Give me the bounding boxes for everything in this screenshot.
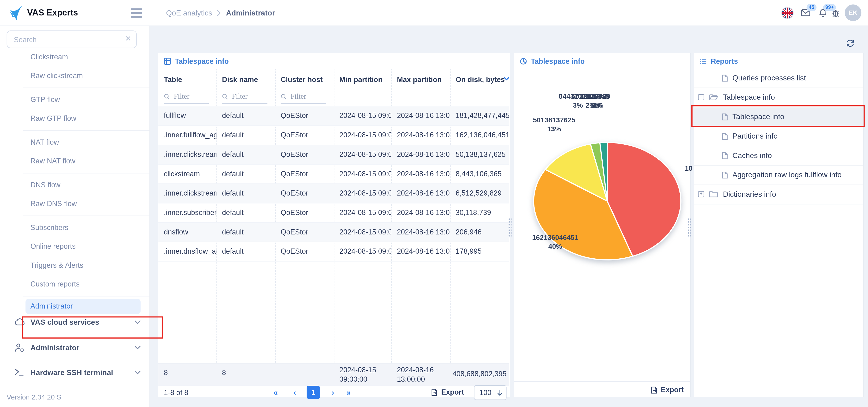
cell-disk-name: default — [216, 145, 275, 164]
sidebar-item[interactable]: Raw clickstream — [0, 66, 149, 85]
tree-item-label: Queries processes list — [733, 69, 806, 87]
table-row[interactable]: .inner.clickstream_agg default QoEStor 2… — [158, 184, 509, 204]
pie-legend — [519, 339, 689, 346]
column-header[interactable]: Cluster host — [275, 69, 334, 90]
pagination-prev-button[interactable]: ‹ — [293, 388, 296, 397]
table-row[interactable]: dnsflow default QoEStor 2024-08-15 09:00… — [158, 223, 509, 242]
bug-report-icon[interactable] — [832, 9, 840, 18]
sidebar-item[interactable]: Subscribers — [0, 218, 149, 237]
column-header[interactable]: Min partition — [334, 69, 391, 90]
page-size-select[interactable]: 100 — [474, 385, 506, 400]
export-icon — [650, 386, 658, 394]
tree-item-queries-processes-list[interactable]: Queries processes list — [694, 69, 863, 88]
summary-disk-count: 8 — [216, 364, 275, 386]
cell-max-partition: 2024-08-16 13:00:00 — [391, 223, 450, 241]
tree-item-caches-info[interactable]: Caches info — [694, 146, 863, 166]
sidebar-item-administrator-section[interactable]: Administrator — [0, 337, 149, 359]
sort-desc-icon[interactable] — [504, 77, 509, 80]
sidebar-item[interactable]: Raw GTP flow — [0, 109, 149, 128]
table-row[interactable]: clickstream default QoEStor 2024-08-15 0… — [158, 165, 509, 184]
pagination-next-button[interactable]: › — [332, 388, 334, 397]
cell-table: clickstream — [158, 165, 216, 183]
sidebar-item[interactable]: NAT flow — [0, 133, 149, 152]
arrow-down-icon — [497, 389, 503, 396]
search-clear-icon[interactable]: ✕ — [125, 34, 131, 43]
language-flag-icon[interactable] — [781, 6, 794, 19]
table-row[interactable]: .inner.fullflow_agg default QoEStor 2024… — [158, 126, 509, 145]
sidebar-item[interactable]: GTP flow — [0, 90, 149, 109]
collapse-minus-icon[interactable]: − — [698, 94, 704, 100]
table-row[interactable]: .inner.dnsflow_agg default QoEStor 2024-… — [158, 242, 509, 262]
divider — [23, 87, 149, 88]
sidebar-search[interactable]: ✕ — [6, 30, 136, 48]
tree-item-label: Dictionaries info — [723, 185, 776, 204]
panel-resize-handle[interactable] — [687, 218, 691, 238]
search-input[interactable] — [13, 33, 120, 46]
filter-input[interactable] — [289, 91, 325, 101]
filter-input-cluster-host[interactable] — [281, 90, 326, 104]
tree-item-partitions-info[interactable]: Partitions info — [694, 127, 863, 146]
pie-export-button[interactable]: Export — [650, 386, 684, 394]
table-export-button[interactable]: Export — [431, 388, 464, 396]
sidebar-item-label: Administrator — [30, 337, 80, 359]
table-grid-icon — [164, 57, 171, 65]
search-icon — [222, 93, 228, 99]
cell-table: .inner.dnsflow_agg — [158, 242, 216, 261]
tree-folder-dictionaries-info[interactable]: + Dictionaries info — [694, 185, 863, 204]
pagination-current-page[interactable]: 1 — [307, 386, 320, 399]
pagination-first-button[interactable]: « — [274, 388, 278, 397]
sidebar-item[interactable]: Triggers & Alerts — [0, 256, 149, 275]
sidebar-item[interactable]: DNS flow — [0, 176, 149, 194]
cell-table: fullflow — [158, 107, 216, 125]
panel-resize-handle[interactable] — [508, 218, 512, 238]
filter-input-table[interactable] — [164, 90, 209, 104]
sidebar-item[interactable]: Raw NAT flow — [0, 152, 149, 171]
table-row[interactable]: .inner.subscribers_flow default QoEStor … — [158, 203, 509, 223]
admin-user-gear-icon — [14, 343, 25, 352]
cell-min-partition: 2024-08-15 09:00:00 — [334, 203, 391, 222]
breadcrumb-parent[interactable]: QoE analytics — [166, 9, 212, 17]
cell-table: .inner.clickstream_from_fullflow — [158, 145, 216, 164]
document-icon — [722, 133, 728, 140]
refresh-icon[interactable] — [846, 39, 855, 48]
pie-chart-icon — [520, 57, 527, 65]
table-row[interactable]: .inner.clickstream_from_fullflow default… — [158, 145, 509, 165]
folder-closed-icon — [709, 191, 718, 198]
sidebar-item-hardware-ssh-terminal[interactable]: Hardware SSH terminal — [0, 362, 149, 384]
sidebar-item[interactable]: Online reports — [0, 237, 149, 256]
filter-input-disk-name[interactable] — [222, 90, 268, 104]
avatar[interactable]: EK — [845, 4, 862, 21]
reports-panel-header: Reports — [694, 53, 863, 69]
table-panel-header: Tablespace info — [158, 53, 510, 69]
filter-input[interactable] — [231, 91, 266, 101]
cell-min-partition: 2024-08-15 09:00:00 — [334, 223, 391, 241]
sidebar-item[interactable]: Clickstream — [0, 48, 149, 66]
top-bar: VAS Experts QoE analytics Administrator — [0, 0, 868, 26]
cell-cluster-host: QoEStor — [275, 107, 334, 125]
brand-name: VAS Experts — [27, 0, 78, 26]
summary-cluster — [275, 364, 334, 386]
export-label: Export — [661, 386, 684, 394]
table-row[interactable]: fullflow default QoEStor 2024-08-15 09:0… — [158, 107, 509, 126]
tree-folder-tablespace-info[interactable]: − Tablespace info — [694, 88, 863, 108]
version-label: Version 2.34.20 S — [6, 394, 61, 401]
document-icon — [722, 171, 728, 179]
column-header[interactable]: Max partition — [391, 69, 450, 90]
cell-min-partition: 2024-08-15 09:00:00 — [334, 145, 391, 164]
tablespace-table-panel: Tablespace info Table Disk name Cluster … — [158, 53, 510, 397]
sidebar-item[interactable]: Raw DNS flow — [0, 195, 149, 213]
tablespace-pie-panel: Tablespace info 84431063653% 65125298292… — [514, 53, 691, 397]
pagination-last-button[interactable]: » — [347, 388, 351, 397]
expand-plus-icon[interactable]: + — [698, 191, 704, 197]
tree-item-aggregation-raw-logs-fullflow-info[interactable]: Aggregation raw logs fullflow info — [694, 166, 863, 185]
summary-table-count: 8 — [158, 364, 216, 386]
reports-panel-title: Reports — [711, 57, 738, 65]
column-header[interactable]: Disk name — [216, 69, 275, 90]
cell-disk-name: default — [216, 223, 275, 241]
cell-cluster-host: QoEStor — [275, 165, 334, 183]
sidebar-toggle-button[interactable] — [131, 8, 143, 20]
sidebar-item[interactable]: Custom reports — [0, 275, 149, 293]
column-header-sorted[interactable]: On disk, bytes — [450, 69, 511, 90]
filter-input[interactable] — [173, 91, 208, 101]
column-header[interactable]: Table — [158, 69, 216, 90]
